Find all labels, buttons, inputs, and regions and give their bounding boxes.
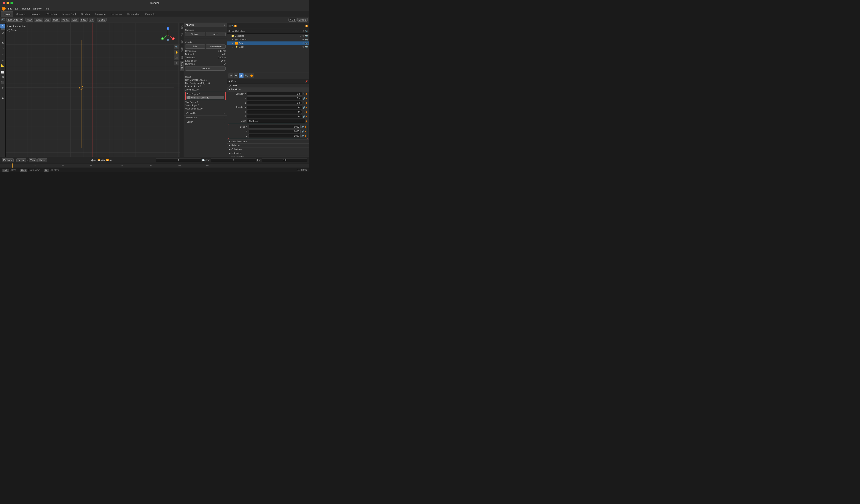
tab-texture-paint[interactable]: Texture Paint xyxy=(59,11,78,17)
current-frame[interactable]: 1 xyxy=(156,158,201,162)
menu-render[interactable]: Render xyxy=(21,7,31,10)
toolbar-view[interactable]: View xyxy=(26,18,33,21)
toolbar-options[interactable]: Options xyxy=(297,18,308,21)
tool-box-select[interactable]: ⬜ xyxy=(0,70,5,74)
tool-knife[interactable]: 🔪 xyxy=(0,96,5,100)
location-z-link[interactable]: 🔗 xyxy=(303,102,305,104)
end-frame[interactable]: 250 xyxy=(262,158,307,162)
tool-loop-cut[interactable]: ⟋ xyxy=(0,90,5,95)
viewport-gizmo[interactable]: Z X Y xyxy=(160,27,175,42)
rotation-x-value[interactable]: 0° xyxy=(247,106,302,109)
scale-x-link[interactable]: 🔗 xyxy=(301,126,304,128)
cleanup-header[interactable]: ▶ Clean Up ··· xyxy=(184,111,227,115)
play-btn[interactable]: ▶ xyxy=(103,159,105,161)
tree-camera[interactable]: ▸ 📷 Camera 👁 📷 xyxy=(227,38,309,42)
view-menu-bottom[interactable]: View xyxy=(29,158,37,162)
marker-menu[interactable]: Marker xyxy=(38,158,47,162)
tool-scale[interactable]: ⤡ xyxy=(0,46,5,51)
tab-layout[interactable]: Layout xyxy=(1,11,13,17)
start-frame[interactable]: 1 xyxy=(211,158,256,162)
tree-cube[interactable]: ▸ 🟧 Cube 👁 📷 xyxy=(227,42,309,45)
toolbar-global[interactable]: Global xyxy=(97,18,106,21)
side-tab-tool[interactable]: Tool xyxy=(180,31,184,38)
play-reverse-btn[interactable]: ◀ xyxy=(101,159,103,161)
scale-y-link[interactable]: 🔗 xyxy=(301,130,304,133)
menu-edit[interactable]: Edit xyxy=(14,7,20,10)
vp-search-icon[interactable]: 🔍 xyxy=(174,44,179,49)
rotation-z-link[interactable]: 🔗 xyxy=(303,116,305,118)
relations-header[interactable]: ▶ Relations xyxy=(227,144,309,147)
viewport-3d[interactable]: User Perspective (1) Cube Z X Y xyxy=(5,23,180,157)
volume-btn[interactable]: Volume xyxy=(185,32,205,36)
side-tab-edit[interactable]: Edit xyxy=(180,54,184,61)
tool-rotate[interactable]: ↻ xyxy=(0,41,5,46)
rotation-y-value[interactable]: 0° xyxy=(247,110,302,114)
toolbar-mesh[interactable]: Mesh xyxy=(52,18,60,21)
area-btn[interactable]: Area xyxy=(206,32,226,36)
tool-inset[interactable]: ⬛ xyxy=(0,80,5,85)
jump-start-btn[interactable]: ⏮ xyxy=(95,159,97,161)
timeline-scrubber[interactable]: 1 20 40 60 80 100 120 140 xyxy=(0,163,309,167)
tab-uv-editing[interactable]: UV Editing xyxy=(43,11,59,17)
motion-paths-header[interactable]: ▶ Motion Paths xyxy=(227,155,309,157)
toolbar-select[interactable]: Select xyxy=(34,18,43,21)
tool-transform[interactable]: ⬡ xyxy=(0,51,5,56)
tab-sculpting[interactable]: Sculpting xyxy=(28,11,43,17)
scale-z-link[interactable]: 🔗 xyxy=(301,135,304,137)
toolbar-add[interactable]: Add xyxy=(44,18,51,21)
toolbar-uv[interactable]: UV xyxy=(89,18,95,21)
pin-icon[interactable]: 📌 xyxy=(305,80,308,83)
prop-icon-modifier[interactable]: 🔧 xyxy=(244,73,249,78)
rotation-x-link[interactable]: 🔗 xyxy=(303,106,305,109)
tool-measure[interactable]: 📐 xyxy=(0,63,5,68)
side-tab-view[interactable]: View xyxy=(180,38,184,46)
transform-header[interactable]: ▾ Transform ··· xyxy=(227,87,309,91)
vp-hand-icon[interactable]: ✋ xyxy=(174,50,179,55)
tool-select[interactable]: ↖ xyxy=(0,24,5,29)
toolbar-edge[interactable]: Edge xyxy=(71,18,79,21)
tab-geometry[interactable]: Geometry xyxy=(143,11,158,17)
analyze-header[interactable]: Analyze ▾ xyxy=(184,23,227,27)
location-x-link[interactable]: 🔗 xyxy=(303,93,305,95)
mode-value[interactable]: XYZ Euler xyxy=(247,119,305,123)
tab-animation[interactable]: Animation xyxy=(92,11,108,17)
location-x-value[interactable]: 0 m xyxy=(247,92,302,96)
export-header[interactable]: ▶ Export ··· xyxy=(184,120,227,124)
toolbar-face[interactable]: Face xyxy=(80,18,87,21)
step-back-btn[interactable]: ⏪ xyxy=(98,159,100,161)
vp-camera-icon[interactable]: 🎥 xyxy=(174,55,179,60)
menu-window[interactable]: Window xyxy=(32,7,43,10)
instancing-header[interactable]: ▶ Instancing xyxy=(227,151,309,155)
step-forward-btn[interactable]: ⏩ xyxy=(106,159,109,161)
location-z-value[interactable]: 0 m xyxy=(247,101,302,105)
prop-icon-scene[interactable]: ⚙ xyxy=(228,73,233,78)
tab-modeling[interactable]: Modeling xyxy=(13,11,28,17)
scale-y-value[interactable]: 0.000 xyxy=(248,130,301,133)
side-tab-item[interactable]: Item xyxy=(180,24,184,31)
close-button[interactable] xyxy=(3,2,5,4)
scale-x-value[interactable]: 0.000 xyxy=(248,125,301,129)
location-y-link[interactable]: 🔗 xyxy=(303,98,305,100)
location-y-value[interactable]: 0 m xyxy=(247,97,302,100)
vp-grid-icon[interactable]: ⊞ xyxy=(174,61,179,65)
tool-annotate[interactable]: ✏ xyxy=(0,58,5,63)
prop-icon-material[interactable]: 🟠 xyxy=(249,73,254,78)
collections-header[interactable]: ▶ Collections xyxy=(227,148,309,151)
prop-icon-object[interactable]: ▣ xyxy=(239,73,244,78)
check-all-btn[interactable]: Check All xyxy=(185,66,226,71)
intersections-btn[interactable]: Intersections xyxy=(206,44,226,48)
solid-btn[interactable]: Solid xyxy=(185,44,205,48)
side-tab-3dprint[interactable]: 3D-Print xyxy=(180,61,184,71)
maximize-button[interactable] xyxy=(10,2,13,4)
tool-move[interactable]: ✛ xyxy=(0,35,5,40)
delta-transform-header[interactable]: ▶ Delta Transform xyxy=(227,140,309,143)
prop-icon-render[interactable]: 📷 xyxy=(233,73,238,78)
tab-shading[interactable]: Shading xyxy=(78,11,92,17)
tool-bevel[interactable]: ◈ xyxy=(0,85,5,90)
keying-menu[interactable]: Keying xyxy=(16,158,26,162)
minimize-button[interactable] xyxy=(6,2,9,4)
tool-extrude[interactable]: ⊞ xyxy=(0,75,5,80)
side-tab-rigify[interactable]: Rigify xyxy=(180,46,184,54)
tool-cursor[interactable]: ⊕ xyxy=(0,30,5,35)
toolbar-vertex[interactable]: Vertex xyxy=(61,18,70,21)
